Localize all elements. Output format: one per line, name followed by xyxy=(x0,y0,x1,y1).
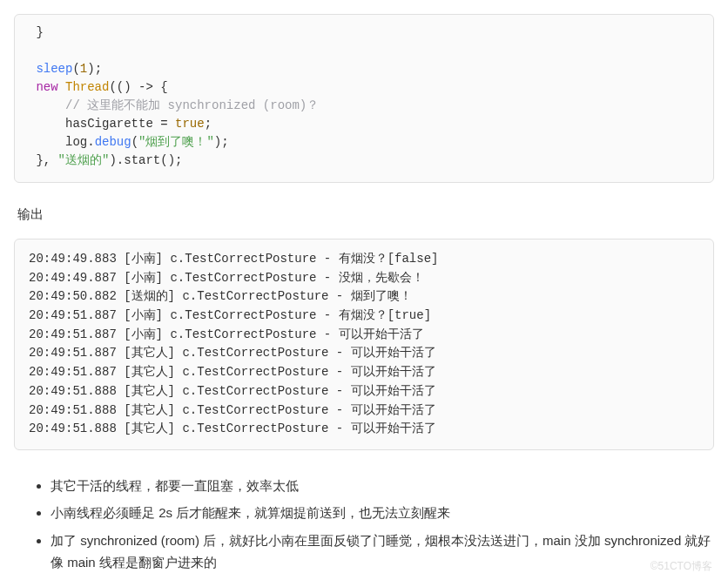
output-line: 20:49:49.887 [小南] c.TestCorrectPosture -… xyxy=(29,271,424,285)
output-label: 输出 xyxy=(17,204,714,225)
code-class-thread: Thread xyxy=(58,80,110,94)
output-line: 20:49:51.887 [小南] c.TestCorrectPosture -… xyxy=(29,327,424,341)
output-line: 20:49:51.887 [其它人] c.TestCorrectPosture … xyxy=(29,365,436,379)
code-keyword-new: new xyxy=(29,80,58,94)
output-line: 20:49:50.882 [送烟的] c.TestCorrectPosture … xyxy=(29,289,412,303)
code-var: log. xyxy=(29,135,95,149)
output-line: 20:49:51.888 [其它人] c.TestCorrectPosture … xyxy=(29,403,436,417)
code-var: hasCigarette xyxy=(29,117,153,131)
code-line: } xyxy=(29,25,44,39)
code-punct: ).start(); xyxy=(109,153,182,167)
code-punct: (() -> { xyxy=(109,80,167,94)
code-string: "烟到了噢！" xyxy=(138,135,214,149)
code-fn-debug: debug xyxy=(95,135,131,149)
list-item: 其它干活的线程，都要一直阻塞，效率太低 xyxy=(51,475,714,497)
code-punct: ( xyxy=(72,62,79,76)
list-item: 加了 synchronized (room) 后，就好比小南在里面反锁了门睡觉，… xyxy=(51,529,714,574)
output-block: 20:49:49.883 [小南] c.TestCorrectPosture -… xyxy=(14,239,714,450)
code-punct: ); xyxy=(214,135,229,149)
list-item: 小南线程必须睡足 2s 后才能醒来，就算烟提前送到，也无法立刻醒来 xyxy=(51,502,714,524)
code-punct: ( xyxy=(131,135,138,149)
code-fn-sleep: sleep xyxy=(29,62,72,76)
output-line: 20:49:51.887 [其它人] c.TestCorrectPosture … xyxy=(29,346,436,360)
output-line: 20:49:49.883 [小南] c.TestCorrectPosture -… xyxy=(29,252,438,266)
code-bool-true: true xyxy=(175,117,205,131)
code-comment: // 这里能不能加 synchronized (room)？ xyxy=(29,98,319,112)
code-punct: ); xyxy=(87,62,102,76)
code-block: } sleep(1); new Thread(() -> { // 这里能不能加… xyxy=(14,14,714,183)
watermark-text: ©51CTO博客 xyxy=(650,558,712,575)
output-line: 20:49:51.887 [小南] c.TestCorrectPosture -… xyxy=(29,308,431,322)
output-line: 20:49:51.888 [其它人] c.TestCorrectPosture … xyxy=(29,422,436,435)
code-punct: ; xyxy=(205,117,212,131)
output-line: 20:49:51.888 [其它人] c.TestCorrectPosture … xyxy=(29,384,436,398)
code-punct: }, xyxy=(29,153,58,167)
code-string: "送烟的" xyxy=(58,153,110,167)
code-punct: = xyxy=(153,117,175,131)
code-number: 1 xyxy=(80,62,87,76)
notes-list: 其它干活的线程，都要一直阻塞，效率太低 小南线程必须睡足 2s 后才能醒来，就算… xyxy=(14,475,714,580)
